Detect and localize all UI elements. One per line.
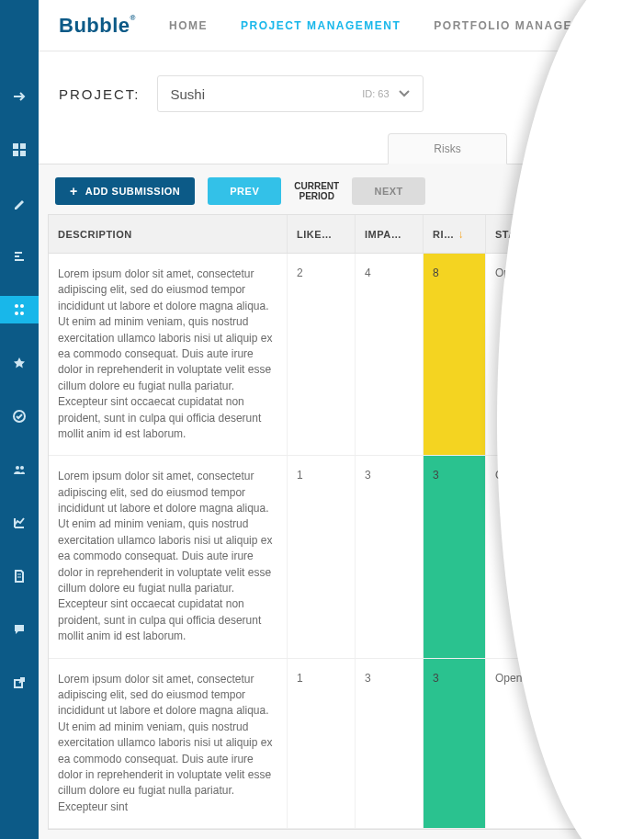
svg-point-10: [20, 312, 24, 315]
nav-chat-icon[interactable]: [0, 616, 39, 643]
project-name: Sushi: [171, 86, 206, 102]
top-nav: HOME PROJECT MANAGEMENT PORTFOLIO MANAGE…: [169, 19, 609, 32]
tab-risks[interactable]: Risks: [388, 133, 507, 164]
svg-point-9: [15, 312, 18, 315]
nav-arrow-icon[interactable]: [0, 83, 39, 110]
nav-doc-icon[interactable]: [0, 562, 39, 590]
project-label: PROJECT:: [59, 86, 141, 102]
nav-risks-icon[interactable]: [0, 296, 39, 323]
col-likelihood[interactable]: LIKE…: [288, 215, 356, 253]
nav-export-icon[interactable]: [0, 669, 39, 697]
cell-risk: 8: [424, 254, 486, 455]
project-id: ID: 63: [362, 88, 389, 99]
svg-rect-4: [15, 252, 22, 254]
cell-likelihood: 1: [288, 456, 356, 657]
cell-description: Lorem ipsum dolor sit amet, consectetur …: [49, 659, 288, 829]
sidebar: [0, 0, 39, 839]
cell-description: Lorem ipsum dolor sit amet, consectetur …: [49, 254, 288, 455]
cell-impact: 4: [356, 254, 424, 455]
nav-edit-icon[interactable]: [0, 189, 39, 217]
cell-impact: 3: [356, 659, 424, 829]
cell-risk: 3: [424, 659, 486, 829]
svg-rect-3: [20, 151, 26, 156]
nav-star-icon[interactable]: [0, 349, 39, 377]
topbar: Bubble® HOME PROJECT MANAGEMENT PORTFOLI…: [39, 0, 644, 51]
svg-rect-0: [13, 143, 18, 149]
chevron-down-icon: [399, 90, 410, 97]
nav-check-icon[interactable]: [0, 402, 39, 430]
prev-button[interactable]: PREV: [208, 177, 281, 205]
svg-point-13: [20, 466, 24, 470]
sort-desc-icon: ↓: [458, 228, 465, 241]
col-description[interactable]: DESCRIPTION: [49, 215, 288, 253]
nav-people-icon[interactable]: [0, 456, 39, 483]
nav-project-management[interactable]: PROJECT MANAGEMENT: [241, 19, 401, 32]
period-label: CURRENTPERIOD: [294, 181, 339, 202]
next-button[interactable]: NEXT: [352, 177, 425, 205]
svg-rect-1: [20, 143, 26, 149]
nav-home[interactable]: HOME: [169, 19, 208, 32]
add-submission-button[interactable]: +ADD SUBMISSION: [55, 177, 195, 205]
nav-chart-icon[interactable]: [0, 509, 39, 537]
nav-gantt-icon[interactable]: [0, 243, 39, 270]
cell-likelihood: 2: [288, 254, 356, 455]
cell-risk: 3: [424, 456, 486, 657]
plus-icon: +: [70, 184, 78, 198]
svg-rect-2: [13, 151, 18, 156]
col-impact[interactable]: IMPA…: [356, 215, 424, 253]
col-risk[interactable]: RI…↓: [424, 215, 486, 253]
cell-description: Lorem ipsum dolor sit amet, consectetur …: [49, 456, 288, 657]
nav-dashboard-icon[interactable]: [0, 136, 39, 164]
brand-logo[interactable]: Bubble®: [59, 14, 136, 38]
svg-point-8: [20, 304, 24, 308]
svg-rect-6: [15, 259, 24, 261]
svg-point-7: [15, 304, 18, 308]
project-select[interactable]: Sushi ID: 63: [157, 75, 424, 112]
svg-point-12: [16, 466, 19, 470]
svg-rect-5: [15, 255, 19, 257]
cell-impact: 3: [356, 456, 424, 657]
cell-likelihood: 1: [288, 659, 356, 829]
